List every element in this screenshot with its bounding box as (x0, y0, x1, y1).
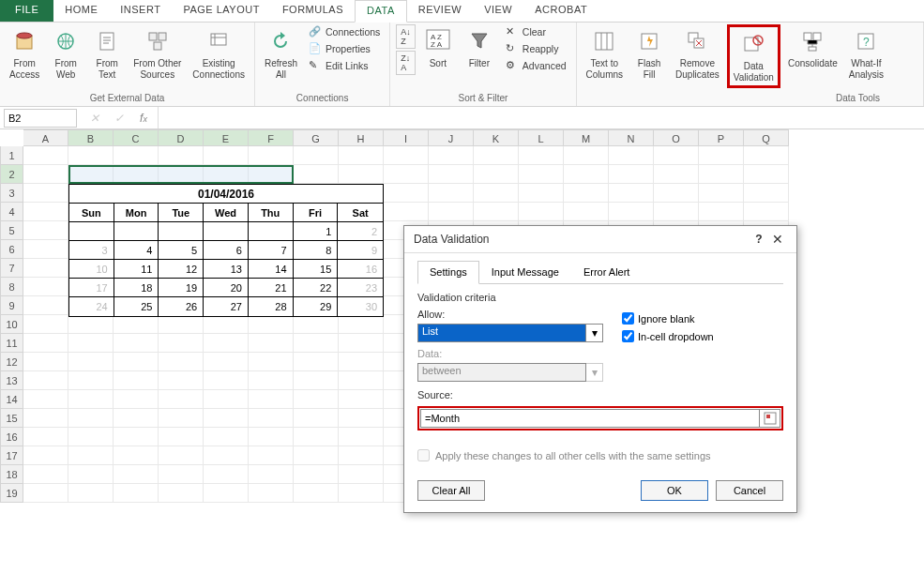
cell[interactable] (654, 165, 699, 184)
data-validation-button[interactable]: DataValidation (727, 24, 780, 88)
cell[interactable] (23, 428, 68, 446)
cell[interactable] (23, 165, 68, 184)
cell[interactable] (339, 371, 384, 390)
cell[interactable] (249, 484, 294, 503)
cell[interactable] (23, 390, 68, 409)
cell[interactable] (249, 371, 294, 390)
cell[interactable] (204, 334, 249, 353)
column-header[interactable]: E (204, 129, 249, 146)
column-header[interactable]: L (519, 129, 564, 146)
tab-file[interactable]: FILE (0, 0, 53, 22)
properties-button[interactable]: 📄Properties (305, 41, 384, 56)
cell[interactable] (159, 428, 204, 446)
row-header[interactable]: 8 (0, 278, 23, 296)
cell[interactable] (699, 203, 744, 221)
cell[interactable] (339, 146, 384, 165)
cell[interactable] (249, 409, 294, 428)
row-header[interactable]: 6 (0, 240, 23, 259)
cell[interactable] (159, 409, 204, 428)
clear-all-button[interactable]: Clear All (417, 480, 485, 501)
fx-icon[interactable]: fx (135, 112, 152, 125)
cell[interactable] (609, 203, 654, 221)
cell[interactable] (294, 353, 339, 371)
cell[interactable] (339, 409, 384, 428)
edit-links-button[interactable]: ✎Edit Links (305, 58, 384, 73)
row-header[interactable]: 13 (0, 371, 23, 390)
cell[interactable] (68, 334, 114, 353)
cell[interactable] (114, 334, 159, 353)
cell[interactable] (159, 165, 204, 184)
cell[interactable] (204, 409, 249, 428)
source-range-picker-icon[interactable] (760, 409, 780, 428)
cell[interactable] (339, 353, 384, 371)
cell[interactable] (249, 465, 294, 484)
cancel-formula-icon[interactable]: ✕ (86, 112, 103, 125)
cell[interactable] (519, 165, 564, 184)
refresh-all-button[interactable]: RefreshAll (261, 24, 301, 83)
consolidate-button[interactable]: Consolidate (784, 24, 841, 71)
cell[interactable] (249, 334, 294, 353)
cell[interactable] (384, 184, 429, 203)
cell[interactable] (474, 146, 519, 165)
tab-insert[interactable]: INSERT (109, 0, 172, 22)
column-header[interactable]: B (68, 129, 114, 146)
dialog-tab-input-message[interactable]: Input Message (479, 261, 571, 283)
cancel-button[interactable]: Cancel (716, 480, 783, 501)
cell[interactable] (23, 446, 68, 465)
cell[interactable] (519, 203, 564, 221)
name-box[interactable] (4, 109, 77, 128)
cell[interactable] (249, 428, 294, 446)
cell[interactable] (384, 165, 429, 184)
cell[interactable] (68, 371, 114, 390)
cell[interactable] (744, 146, 789, 165)
cell[interactable] (68, 409, 114, 428)
filter-button[interactable]: Filter (461, 24, 498, 71)
clear-button[interactable]: ✕Clear (502, 24, 570, 39)
cell[interactable] (204, 146, 249, 165)
tab-acrobat[interactable]: ACROBAT (523, 0, 598, 22)
cell[interactable] (23, 278, 68, 296)
dialog-tab-settings[interactable]: Settings (417, 261, 479, 284)
cell[interactable] (159, 371, 204, 390)
advanced-button[interactable]: ⚙Advanced (502, 58, 570, 73)
cell[interactable] (204, 446, 249, 465)
cell[interactable] (204, 428, 249, 446)
cell[interactable] (474, 184, 519, 203)
row-header[interactable]: 18 (0, 465, 23, 484)
sort-desc-button[interactable]: Z↓A (396, 51, 416, 75)
tab-formulas[interactable]: FORMULAS (271, 0, 355, 22)
cell[interactable] (294, 315, 339, 334)
cell[interactable] (68, 315, 114, 334)
column-header[interactable]: D (159, 129, 204, 146)
cell[interactable] (429, 203, 474, 221)
from-web-button[interactable]: FromWeb (47, 24, 84, 83)
cell[interactable] (23, 484, 68, 503)
cell[interactable] (114, 165, 159, 184)
cell[interactable] (519, 146, 564, 165)
cell[interactable] (384, 203, 429, 221)
row-header[interactable]: 11 (0, 334, 23, 353)
row-header[interactable]: 12 (0, 353, 23, 371)
tab-review[interactable]: REVIEW (407, 0, 473, 22)
cell[interactable] (114, 484, 159, 503)
cell[interactable] (519, 184, 564, 203)
cell[interactable] (68, 165, 114, 184)
cell[interactable] (339, 334, 384, 353)
cell[interactable] (68, 353, 114, 371)
remove-duplicates-button[interactable]: RemoveDuplicates (672, 24, 723, 83)
cell[interactable] (249, 353, 294, 371)
formula-input[interactable] (158, 107, 924, 128)
cell[interactable] (204, 371, 249, 390)
cell[interactable] (114, 428, 159, 446)
column-header[interactable]: N (609, 129, 654, 146)
cell[interactable] (159, 146, 204, 165)
cell[interactable] (249, 315, 294, 334)
cell[interactable] (23, 465, 68, 484)
cell[interactable] (23, 296, 68, 315)
dialog-close-button[interactable]: ✕ (768, 232, 787, 247)
column-header[interactable]: M (564, 129, 609, 146)
cell[interactable] (654, 184, 699, 203)
cell[interactable] (609, 184, 654, 203)
allow-select[interactable]: List (417, 324, 586, 342)
column-header[interactable]: Q (744, 129, 789, 146)
